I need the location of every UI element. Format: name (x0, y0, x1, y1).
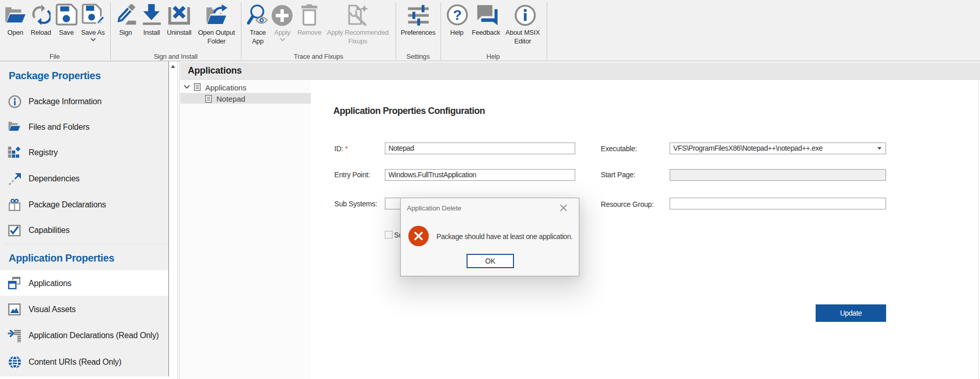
svg-text:?: ? (453, 7, 461, 23)
